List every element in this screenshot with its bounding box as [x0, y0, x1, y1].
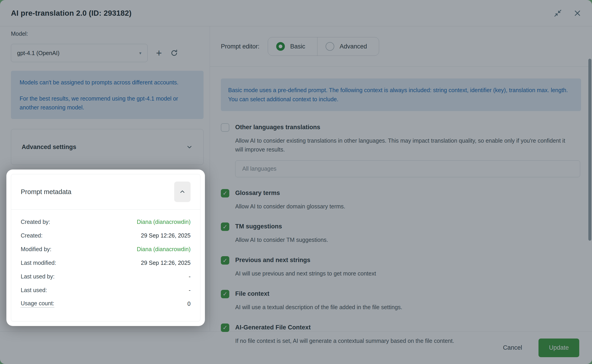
prompt-metadata-card: Prompt metadata Created by: Diana (diana…	[11, 174, 200, 321]
metadata-label-tooltip[interactable]: Usage count:	[21, 300, 54, 308]
metadata-value: -	[189, 287, 191, 293]
metadata-value: 29 Sep 12:26, 2025	[141, 260, 191, 266]
metadata-row-modified-by: Modified by: Diana (dianacrowdin)	[21, 242, 191, 256]
metadata-row-last-modified: Last modified: 29 Sep 12:26, 2025	[21, 256, 191, 270]
metadata-label: Last modified:	[21, 260, 56, 266]
metadata-row-last-used-by: Last used by: -	[21, 270, 191, 283]
metadata-row-last-used: Last used: -	[21, 283, 191, 297]
prompt-metadata-spotlight: Prompt metadata Created by: Diana (diana…	[6, 169, 205, 326]
prompt-metadata-title: Prompt metadata	[21, 188, 71, 196]
metadata-row-created-by: Created by: Diana (dianacrowdin)	[21, 215, 191, 229]
collapse-section-button[interactable]	[174, 182, 191, 202]
user-link[interactable]: Diana (dianacrowdin)	[137, 246, 191, 253]
metadata-label: Last used by:	[21, 273, 55, 280]
metadata-label: Created:	[21, 232, 43, 239]
metadata-row-created: Created: 29 Sep 12:26, 2025	[21, 229, 191, 242]
metadata-value: 0	[187, 300, 191, 307]
metadata-label: Modified by:	[21, 246, 52, 253]
metadata-value: 29 Sep 12:26, 2025	[141, 232, 191, 239]
metadata-label: Created by:	[21, 219, 50, 225]
metadata-value: -	[189, 273, 191, 280]
user-link[interactable]: Diana (dianacrowdin)	[137, 219, 191, 225]
metadata-row-usage-count: Usage count: 0	[21, 297, 191, 311]
metadata-label: Last used:	[21, 287, 47, 293]
